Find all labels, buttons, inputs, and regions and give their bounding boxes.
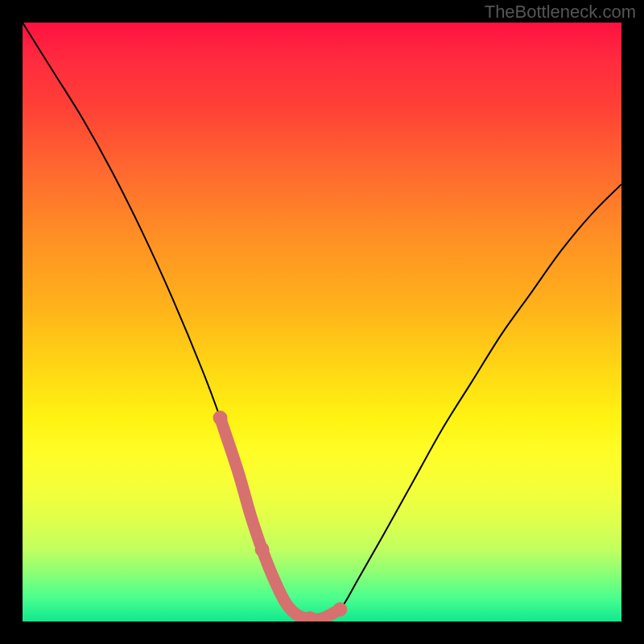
optimal-range-highlight [221,418,341,619]
curve-svg [23,23,621,621]
highlight-dot [332,602,347,617]
watermark-text: TheBottleneck.com [485,2,636,23]
highlight-dot [213,411,228,425]
highlight-dot [255,543,270,557]
bottleneck-curve [23,23,621,619]
plot-area [23,23,621,621]
chart-frame: TheBottleneck.com [0,0,644,644]
